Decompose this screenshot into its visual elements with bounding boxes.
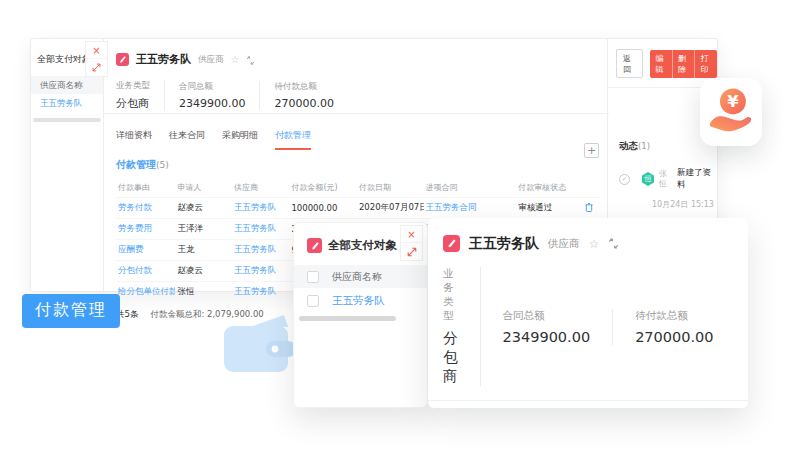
supplier-link[interactable]: 王五劳务队 bbox=[332, 294, 385, 308]
payment-reason-link[interactable]: 劳务费用 bbox=[116, 219, 175, 240]
supplier-link[interactable]: 王五劳务队 bbox=[232, 198, 289, 219]
stat-label: 业务类型 bbox=[443, 267, 458, 323]
payment-object-list-window: × 全部支付对象 供应商名称 王五劳务队 bbox=[293, 222, 428, 408]
record-title: 王五劳务队 bbox=[136, 52, 191, 67]
feed-title: 动态 bbox=[619, 140, 638, 151]
stat-label: 待付款总额 bbox=[635, 309, 713, 323]
expand-icon[interactable] bbox=[401, 243, 422, 260]
col-header: 供应商 bbox=[232, 178, 289, 198]
col-header: 付款金额(元) bbox=[289, 178, 357, 198]
supplier-link[interactable]: 王五劳务队 bbox=[232, 219, 289, 240]
record-type-badge: 供应商 bbox=[198, 54, 224, 66]
print-button[interactable]: 打印 bbox=[695, 50, 717, 78]
yuan-symbol: ¥ bbox=[727, 92, 739, 111]
col-header: 付款事由 bbox=[116, 178, 175, 198]
table-row: 劳务付款 赵凌云 王五劳务队 100000.00 2020年07月07日 王五劳… bbox=[116, 198, 599, 219]
add-payment-button[interactable]: + bbox=[584, 143, 599, 158]
col-header: 付款日期 bbox=[357, 178, 424, 198]
feed-timestamp: 10月24日 15:13 bbox=[652, 199, 717, 210]
section-count: (5) bbox=[156, 160, 169, 170]
expand-icon[interactable] bbox=[86, 59, 107, 76]
close-icon[interactable]: × bbox=[401, 226, 422, 243]
window-controls: × bbox=[85, 41, 108, 77]
panel-title: 全部支付对象 bbox=[37, 53, 91, 66]
payment-reason-link[interactable]: 劳务付款 bbox=[116, 198, 175, 219]
close-icon[interactable]: × bbox=[86, 42, 107, 59]
delete-row-icon[interactable] bbox=[583, 198, 599, 219]
delete-button[interactable]: 删除 bbox=[673, 50, 696, 78]
supplier-list-item[interactable]: 王五劳务队 bbox=[31, 94, 103, 113]
back-button[interactable]: 返回 bbox=[616, 49, 643, 78]
stat-value: 270000.00 bbox=[635, 329, 713, 345]
record-icon bbox=[443, 235, 460, 252]
window-controls: × bbox=[400, 225, 423, 261]
col-header: 付款审核状态 bbox=[516, 178, 583, 198]
share-icon[interactable] bbox=[246, 50, 255, 69]
record-icon bbox=[307, 238, 322, 253]
payment-reason-link[interactable]: 应酬费 bbox=[116, 240, 175, 261]
detail-window-zoom: 王五劳务队 供应商 ☆ 业务类型分包商 合同总额2349900.00 待付款总额… bbox=[428, 218, 748, 408]
list-item: 王五劳务队 bbox=[294, 288, 427, 313]
payment-sum: 付款金额总和: 2,079,900.00 bbox=[150, 309, 263, 321]
action-button-group: 编辑 删除 打印 bbox=[650, 50, 717, 78]
tab-purchase[interactable]: 采购明细 bbox=[222, 129, 258, 150]
stat-label: 待付款总额 bbox=[274, 81, 334, 93]
avatar: 恒 bbox=[641, 172, 655, 186]
stat-value: 2349900.00 bbox=[503, 329, 591, 345]
select-all-checkbox[interactable] bbox=[307, 271, 319, 283]
panel-scrollbar[interactable] bbox=[33, 118, 101, 122]
contract-link[interactable]: 王五劳务合同 bbox=[424, 198, 517, 219]
check-circle-icon[interactable]: ✓ bbox=[619, 174, 630, 185]
feed-item: ✓ 恒 张恒 新建了资料 bbox=[619, 167, 717, 191]
stat-value: 分包商 bbox=[443, 329, 458, 386]
tab-payment[interactable]: 付款管理 bbox=[275, 129, 311, 150]
record-type-badge: 供应商 bbox=[548, 237, 580, 251]
stats-row: 业务类型分包商 合同总额2349900.00 待付款总额270000.00 bbox=[443, 267, 748, 386]
favorite-star-icon[interactable]: ☆ bbox=[589, 238, 600, 250]
hand-coin-icon: ¥ bbox=[708, 87, 754, 137]
record-icon bbox=[116, 53, 129, 66]
stat-value: 分包商 bbox=[116, 96, 150, 111]
col-header: 进项合同 bbox=[424, 178, 517, 198]
payment-reason-link[interactable]: 分包付款 bbox=[116, 261, 175, 282]
section-title: 付款管理 bbox=[116, 158, 156, 172]
edit-button[interactable]: 编辑 bbox=[650, 50, 673, 78]
feed-count: (1) bbox=[638, 141, 650, 151]
feature-label: 付款管理 bbox=[22, 294, 120, 328]
supplier-link[interactable]: 王五劳务队 bbox=[232, 261, 289, 282]
horizontal-scrollbar[interactable] bbox=[299, 316, 396, 321]
record-title: 王五劳务队 bbox=[469, 235, 539, 253]
stat-value: 270000.00 bbox=[274, 97, 334, 110]
stat-label: 合同总额 bbox=[503, 309, 591, 323]
feed-user: 张恒 bbox=[659, 169, 673, 189]
list-window-title[interactable]: 全部支付对象 bbox=[328, 238, 397, 253]
payment-reason-link[interactable]: 给分包单位付款 bbox=[116, 282, 175, 303]
stats-row: 业务类型分包商 合同总额2349900.00 待付款总额270000.00 bbox=[116, 80, 609, 111]
stat-label: 合同总额 bbox=[179, 81, 245, 93]
col-header: 申请人 bbox=[175, 178, 231, 198]
payment-feature-card: ¥ bbox=[700, 78, 762, 146]
detail-tabs: 详细资料 往来合同 采购明细 付款管理 bbox=[116, 129, 609, 150]
tab-details[interactable]: 详细资料 bbox=[116, 129, 152, 150]
supplier-column-header: 供应商名称 bbox=[332, 270, 382, 284]
supplier-link[interactable]: 王五劳务队 bbox=[232, 240, 289, 261]
supplier-column-header: 供应商名称 bbox=[31, 76, 103, 94]
tab-contracts[interactable]: 往来合同 bbox=[169, 129, 205, 150]
supplier-link[interactable]: 王五劳务队 bbox=[232, 282, 289, 303]
feed-action: 新建了资料 bbox=[677, 167, 717, 191]
favorite-star-icon[interactable]: ☆ bbox=[231, 55, 240, 65]
row-checkbox[interactable] bbox=[307, 295, 319, 307]
stat-value: 2349900.00 bbox=[179, 97, 245, 110]
stat-label: 业务类型 bbox=[116, 80, 150, 92]
share-icon[interactable] bbox=[608, 234, 619, 253]
